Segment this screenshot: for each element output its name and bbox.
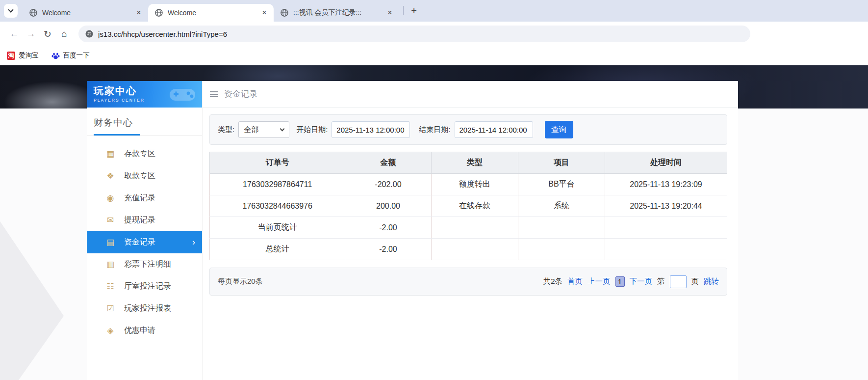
ticket-list-icon: ▥ (105, 259, 115, 270)
table-header-cell: 订单号 (210, 152, 345, 174)
sidebar-item-promo-application[interactable]: ◈ 优惠申请 › (87, 320, 202, 342)
menu-item-label: 充值记录 (124, 193, 155, 203)
table-header-cell: 类型 (431, 152, 518, 174)
pagination-bar: 每页显示20条 共2条 首页 上一页 1 下一页 第 页 跳转 (209, 268, 727, 296)
finance-center-heading: 财务中心 (94, 116, 202, 129)
tab-close-icon[interactable]: × (134, 8, 143, 17)
sidebar-section: 财务中心 (87, 108, 202, 136)
prev-page-link[interactable]: 上一页 (587, 276, 611, 287)
table-cell: 额度转出 (431, 174, 518, 195)
type-select[interactable]: 全部 (238, 121, 289, 138)
sidebar: 玩家中心 PLAYERS CENTER 财务中心 ▦ 存款专区 › ❖ 取款专区 (87, 81, 203, 380)
sidebar-item-withdrawal-records[interactable]: ✉ 提现记录 › (87, 209, 202, 231)
end-date-label: 结束日期: (419, 125, 450, 135)
menu-item-label: 优惠申请 (124, 326, 155, 336)
list-checks-icon: ☷ (105, 281, 115, 292)
start-date-input[interactable]: 2025-11-13 12:00:00 (332, 121, 410, 138)
jump-page-input[interactable] (670, 275, 687, 288)
sidebar-item-recharge-records[interactable]: ◉ 充值记录 › (87, 187, 202, 209)
sidebar-item-lottery-bet-details[interactable]: ▥ 彩票下注明细 › (87, 253, 202, 275)
table-cell: 200.00 (345, 195, 431, 217)
banknotes-icon: ▤ (105, 237, 115, 247)
table-cell (518, 217, 605, 239)
site-settings-icon[interactable] (85, 30, 93, 38)
first-page-link[interactable]: 首页 (567, 276, 583, 287)
page-suffix-text: 页 (691, 276, 699, 287)
table-cell: -2.00 (345, 239, 431, 260)
type-label: 类型: (218, 125, 234, 135)
current-page-badge: 1 (615, 276, 625, 287)
table-row: 1763032987864711-202.00额度转出BB平台2025-11-1… (210, 174, 727, 195)
table-header-cell: 金额 (345, 152, 431, 174)
bookmark-baidu[interactable]: 百度一下 (51, 51, 90, 60)
table-cell (605, 217, 727, 239)
table-cell (431, 239, 518, 260)
menu-hamburger-icon[interactable] (210, 94, 218, 95)
type-select-value: 全部 (244, 125, 258, 135)
table-header-cell: 处理时间 (605, 152, 727, 174)
tab-strip: Welcome × Welcome × :::视讯 会员下注纪录::: × + (0, 0, 868, 22)
menu-item-label: 资金记录 (124, 237, 155, 247)
tab-close-icon[interactable]: × (260, 8, 269, 17)
pager-controls: 共2条 首页 上一页 1 下一页 第 页 跳转 (543, 275, 719, 288)
jump-link[interactable]: 跳转 (704, 276, 719, 287)
page-title: 资金记录 (224, 88, 257, 100)
menu-item-label: 玩家投注报表 (124, 303, 171, 314)
tab-title: Welcome (168, 9, 255, 17)
menu-item-label: 存款专区 (124, 149, 155, 159)
url-text: js13.cc/hhcp/usercenter.html?iniType=6 (98, 30, 227, 38)
promo-badge-icon: ◈ (105, 326, 115, 336)
table-cell: 系统 (518, 195, 605, 217)
globe-icon (155, 9, 163, 17)
table-body: 1763032987864711-202.00额度转出BB平台2025-11-1… (210, 174, 727, 260)
menu-item-label: 彩票下注明细 (124, 259, 171, 270)
page-prefix-text: 第 (657, 276, 665, 287)
table-header-row: 订单号金额类型项目处理时间 (210, 152, 727, 174)
tab-close-icon[interactable]: × (385, 8, 394, 17)
sidebar-item-hall-bet-records[interactable]: ☷ 厅室投注记录 › (87, 275, 202, 298)
chevron-right-icon: › (192, 237, 195, 247)
sidebar-item-funds-records[interactable]: ▤ 资金记录 › (87, 231, 202, 253)
tabs-container: Welcome × Welcome × :::视讯 会员下注纪录::: × (23, 0, 399, 22)
menu-item-label: 提现记录 (124, 215, 155, 225)
taobao-icon: 淘 (7, 52, 15, 60)
table-cell: -2.00 (345, 217, 431, 239)
table-cell: 2025-11-13 19:23:09 (605, 174, 727, 195)
wallet-icon: ✉ (105, 215, 115, 225)
forward-button[interactable]: → (23, 26, 39, 42)
web-page: 玩家中心 PLAYERS CENTER 财务中心 ▦ 存款专区 › ❖ 取款专区 (0, 65, 868, 380)
sidebar-menu: ▦ 存款专区 › ❖ 取款专区 › ◉ 充值记录 › ✉ 提现记录 › ▤ 资金… (87, 143, 202, 342)
background-triangle-decoration (0, 205, 64, 380)
deposit-card-icon: ▦ (105, 149, 115, 159)
sidebar-item-withdraw-zone[interactable]: ❖ 取款专区 › (87, 165, 202, 187)
table-cell (431, 217, 518, 239)
sidebar-item-player-bet-report[interactable]: ☑ 玩家投注报表 › (87, 298, 202, 320)
bookmark-taobao[interactable]: 淘 爱淘宝 (7, 51, 39, 60)
browser-chrome: Welcome × Welcome × :::视讯 会员下注纪录::: × + … (0, 0, 868, 65)
table-cell: 当前页统计 (210, 217, 345, 239)
sidebar-item-deposit-zone[interactable]: ▦ 存款专区 › (87, 143, 202, 165)
next-page-link[interactable]: 下一页 (630, 276, 653, 287)
content-header: 资金记录 (203, 81, 738, 108)
home-button[interactable]: ⌂ (56, 26, 73, 42)
baidu-icon (51, 52, 60, 60)
browser-tab[interactable]: Welcome × (23, 4, 148, 22)
new-tab-button[interactable]: + (408, 4, 420, 17)
bookmark-label: 百度一下 (63, 51, 90, 60)
per-page-text: 每页显示20条 (218, 277, 263, 286)
reload-button[interactable]: ↻ (39, 26, 56, 42)
tab-title: :::视讯 会员下注纪录::: (293, 8, 381, 17)
table-cell: BB平台 (518, 174, 605, 195)
back-button[interactable]: ← (6, 26, 23, 42)
end-date-input[interactable]: 2025-11-14 12:00:00 (455, 121, 533, 138)
browser-tab[interactable]: :::视讯 会员下注纪录::: × (274, 4, 399, 22)
browser-tab[interactable]: Welcome × (148, 4, 274, 22)
table-cell (518, 239, 605, 260)
address-bar[interactable]: js13.cc/hhcp/usercenter.html?iniType=6 (78, 26, 750, 42)
table-row: 总统计-2.00 (210, 239, 727, 260)
tab-divider (403, 6, 404, 15)
query-button[interactable]: 查询 (545, 121, 573, 138)
tab-search-button[interactable] (4, 4, 18, 18)
bookmark-label: 爱淘宝 (19, 51, 39, 60)
chevron-down-icon (280, 127, 285, 132)
